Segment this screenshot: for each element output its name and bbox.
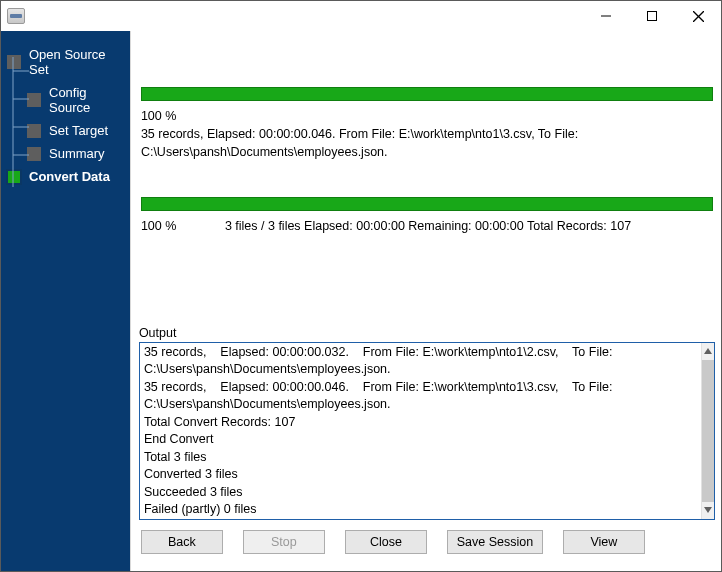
file-progress-status: 100 % 35 records, Elapsed: 00:00:00.046.…	[141, 101, 713, 161]
svg-marker-5	[704, 507, 712, 513]
total-progress-bar	[141, 197, 713, 211]
total-progress-details: 3 files / 3 files Elapsed: 00:00:00 Rema…	[225, 217, 713, 235]
sidebar-item-label: Config Source	[49, 85, 124, 115]
svg-rect-1	[648, 12, 657, 21]
file-progress-details: 35 records, Elapsed: 00:00:00.046. From …	[141, 125, 713, 161]
output-log[interactable]: 35 records, Elapsed: 00:00:00.032. From …	[139, 342, 715, 520]
wizard-sidebar: Open Source Set Config Source Set Target…	[1, 31, 130, 571]
file-progress-percent: 100 %	[141, 107, 221, 125]
window-controls	[583, 1, 721, 31]
stop-button: Stop	[243, 530, 325, 554]
save-session-button[interactable]: Save Session	[447, 530, 543, 554]
close-window-button[interactable]	[675, 1, 721, 31]
output-scrollbar[interactable]	[701, 343, 714, 519]
back-button[interactable]: Back	[141, 530, 223, 554]
file-progress-bar	[141, 87, 713, 101]
view-button[interactable]: View	[563, 530, 645, 554]
title-bar	[1, 1, 721, 31]
app-icon	[7, 8, 25, 24]
minimize-button[interactable]	[583, 1, 629, 31]
total-progress-status: 100 % 3 files / 3 files Elapsed: 00:00:0…	[141, 211, 713, 235]
scroll-thumb[interactable]	[702, 360, 714, 502]
step-box-icon	[27, 147, 41, 161]
close-button[interactable]: Close	[345, 530, 427, 554]
output-text: 35 records, Elapsed: 00:00:00.032. From …	[144, 345, 616, 517]
tree-connector	[11, 57, 29, 207]
main-panel: 100 % 35 records, Elapsed: 00:00:00.046.…	[130, 31, 721, 571]
sidebar-item-label: Summary	[49, 146, 105, 161]
app-window: Open Source Set Config Source Set Target…	[0, 0, 722, 572]
total-progress-percent: 100 %	[141, 217, 221, 235]
step-box-icon	[27, 124, 41, 138]
svg-marker-4	[704, 348, 712, 354]
sidebar-item-label: Set Target	[49, 123, 108, 138]
scroll-up-icon[interactable]	[702, 343, 714, 360]
output-label: Output	[139, 326, 715, 340]
sidebar-item-label: Convert Data	[29, 169, 110, 184]
step-box-icon	[27, 93, 41, 107]
wizard-button-row: Back Stop Close Save Session View	[139, 530, 715, 554]
sidebar-item-label: Open Source Set	[29, 47, 124, 77]
scroll-down-icon[interactable]	[702, 502, 714, 519]
maximize-button[interactable]	[629, 1, 675, 31]
